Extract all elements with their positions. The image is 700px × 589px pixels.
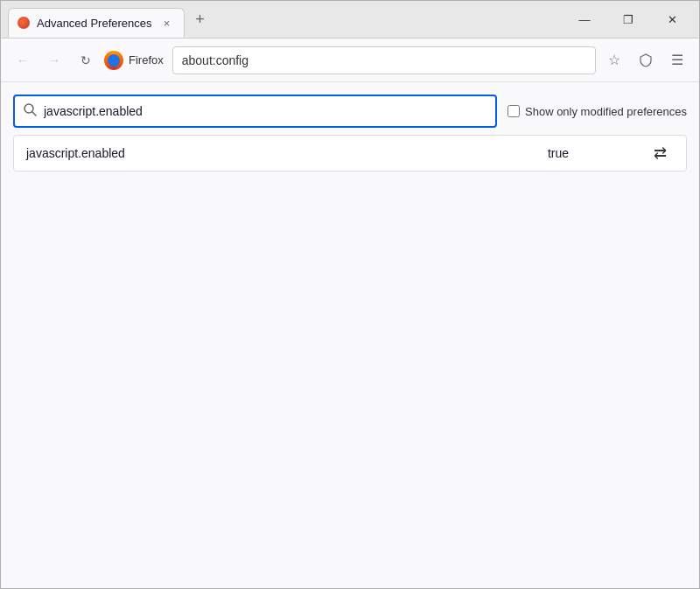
browser-window: Advanced Preferences × + — ❐ ✕ ← → ↻ Fir…: [0, 0, 700, 589]
tab-area: Advanced Preferences × +: [1, 1, 564, 38]
firefox-label: Firefox: [129, 53, 164, 67]
forward-button[interactable]: →: [41, 47, 67, 74]
pref-toggle-button[interactable]: ⇄: [646, 139, 674, 167]
reload-button[interactable]: ↻: [73, 47, 99, 74]
search-box-container: [13, 95, 497, 128]
bookmark-button[interactable]: ☆: [601, 47, 627, 74]
maximize-button[interactable]: ❐: [608, 6, 648, 32]
window-controls: — ❐ ✕: [564, 6, 699, 32]
page-content: Show only modified preferences javascrip…: [1, 82, 699, 588]
close-window-button[interactable]: ✕: [652, 6, 692, 32]
active-tab[interactable]: Advanced Preferences ×: [8, 8, 185, 38]
tab-favicon: [18, 17, 30, 29]
firefox-logo: [104, 51, 123, 70]
titlebar: Advanced Preferences × + — ❐ ✕: [1, 1, 699, 39]
address-bar[interactable]: about:config: [172, 46, 596, 74]
minimize-button[interactable]: —: [564, 6, 605, 32]
search-input[interactable]: [44, 104, 486, 118]
navbar: ← → ↻ Firefox about:config ☆ ☰: [1, 39, 699, 82]
shield-button[interactable]: [633, 47, 659, 74]
tab-title: Advanced Preferences: [37, 17, 152, 30]
modified-filter-label: Show only modified preferences: [508, 105, 687, 118]
new-tab-button[interactable]: +: [188, 7, 213, 32]
pref-name: javascript.enabled: [26, 146, 471, 160]
menu-button[interactable]: ☰: [664, 47, 690, 74]
search-row: Show only modified preferences: [13, 95, 687, 128]
search-icon: [24, 103, 37, 119]
modified-filter-text: Show only modified preferences: [525, 105, 687, 118]
svg-line-1: [32, 112, 36, 116]
preferences-table: javascript.enabled true ⇄: [13, 135, 687, 172]
pref-value: true: [471, 146, 646, 160]
back-button[interactable]: ←: [10, 47, 36, 74]
modified-filter-checkbox[interactable]: [508, 105, 520, 117]
table-row: javascript.enabled true ⇄: [14, 136, 686, 171]
tab-close-button[interactable]: ×: [159, 15, 175, 31]
address-text: about:config: [182, 53, 248, 67]
